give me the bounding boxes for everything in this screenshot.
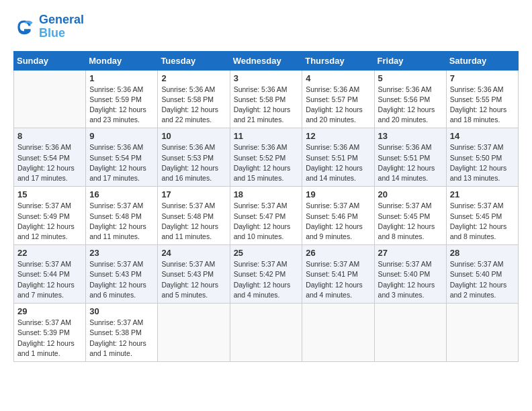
calendar-cell: 19 Sunrise: 5:37 AM Sunset: 5:46 PM Dayl… [302, 187, 374, 245]
day-number: 22 [17, 248, 82, 258]
day-info: Sunrise: 5:36 AM Sunset: 5:54 PM Dayligh… [17, 142, 82, 183]
day-info: Sunrise: 5:36 AM Sunset: 5:58 PM Dayligh… [161, 85, 226, 126]
day-number: 21 [450, 189, 515, 199]
day-number: 11 [234, 131, 299, 141]
day-number: 26 [306, 248, 370, 258]
day-info: Sunrise: 5:37 AM Sunset: 5:48 PM Dayligh… [89, 201, 154, 242]
calendar-cell: 25 Sunrise: 5:37 AM Sunset: 5:42 PM Dayl… [230, 245, 302, 304]
day-info: Sunrise: 5:36 AM Sunset: 5:51 PM Dayligh… [306, 142, 370, 183]
calendar-cell: 30 Sunrise: 5:37 AM Sunset: 5:38 PM Dayl… [86, 304, 158, 362]
day-number: 19 [306, 189, 370, 199]
calendar-cell: 26 Sunrise: 5:37 AM Sunset: 5:41 PM Dayl… [302, 245, 374, 304]
day-number: 17 [161, 189, 226, 199]
calendar-cell: 28 Sunrise: 5:37 AM Sunset: 5:40 PM Dayl… [446, 245, 518, 304]
day-number: 16 [89, 189, 154, 199]
day-info: Sunrise: 5:37 AM Sunset: 5:47 PM Dayligh… [234, 201, 299, 242]
day-info: Sunrise: 5:37 AM Sunset: 5:49 PM Dayligh… [17, 201, 82, 242]
day-number: 27 [378, 248, 443, 258]
calendar-table: SundayMondayTuesdayWednesdayThursdayFrid… [13, 51, 519, 362]
calendar-cell: 1 Sunrise: 5:36 AM Sunset: 5:59 PM Dayli… [86, 70, 158, 128]
logo-icon [13, 16, 35, 38]
day-info: Sunrise: 5:36 AM Sunset: 5:51 PM Dayligh… [378, 142, 443, 183]
calendar-cell: 10 Sunrise: 5:36 AM Sunset: 5:53 PM Dayl… [158, 128, 230, 187]
day-number: 9 [89, 131, 154, 141]
calendar-cell: 9 Sunrise: 5:36 AM Sunset: 5:54 PM Dayli… [86, 128, 158, 187]
day-number: 8 [17, 131, 82, 141]
calendar-cell: 15 Sunrise: 5:37 AM Sunset: 5:49 PM Dayl… [14, 187, 86, 245]
day-info: Sunrise: 5:36 AM Sunset: 5:55 PM Dayligh… [450, 85, 515, 126]
day-info: Sunrise: 5:36 AM Sunset: 5:57 PM Dayligh… [306, 85, 370, 126]
calendar-cell: 12 Sunrise: 5:36 AM Sunset: 5:51 PM Dayl… [302, 128, 374, 187]
calendar-cell [302, 304, 374, 362]
calendar-cell: 11 Sunrise: 5:36 AM Sunset: 5:52 PM Dayl… [230, 128, 302, 187]
day-info: Sunrise: 5:37 AM Sunset: 5:45 PM Dayligh… [450, 201, 515, 242]
day-number: 1 [89, 73, 154, 83]
header-thursday: Thursday [302, 51, 374, 70]
day-info: Sunrise: 5:37 AM Sunset: 5:48 PM Dayligh… [161, 201, 226, 242]
calendar-cell: 8 Sunrise: 5:36 AM Sunset: 5:54 PM Dayli… [14, 128, 86, 187]
calendar-cell: 2 Sunrise: 5:36 AM Sunset: 5:58 PM Dayli… [158, 70, 230, 128]
day-info: Sunrise: 5:37 AM Sunset: 5:50 PM Dayligh… [450, 142, 515, 183]
day-info: Sunrise: 5:37 AM Sunset: 5:43 PM Dayligh… [89, 259, 154, 300]
calendar-cell: 14 Sunrise: 5:37 AM Sunset: 5:50 PM Dayl… [446, 128, 518, 187]
calendar-week-5: 29 Sunrise: 5:37 AM Sunset: 5:39 PM Dayl… [14, 304, 519, 362]
logo: General Blue [13, 13, 84, 40]
day-info: Sunrise: 5:37 AM Sunset: 5:38 PM Dayligh… [89, 318, 154, 359]
day-number: 12 [306, 131, 370, 141]
calendar-cell [446, 304, 518, 362]
calendar-cell: 4 Sunrise: 5:36 AM Sunset: 5:57 PM Dayli… [302, 70, 374, 128]
header-wednesday: Wednesday [230, 51, 302, 70]
day-number: 18 [234, 189, 299, 199]
day-number: 5 [378, 73, 443, 83]
day-number: 28 [450, 248, 515, 258]
calendar-cell: 7 Sunrise: 5:36 AM Sunset: 5:55 PM Dayli… [446, 70, 518, 128]
day-number: 3 [234, 73, 299, 83]
calendar-cell: 20 Sunrise: 5:37 AM Sunset: 5:45 PM Dayl… [374, 187, 446, 245]
calendar-cell: 22 Sunrise: 5:37 AM Sunset: 5:44 PM Dayl… [14, 245, 86, 304]
calendar-header-row: SundayMondayTuesdayWednesdayThursdayFrid… [14, 51, 519, 70]
header-friday: Friday [374, 51, 446, 70]
day-info: Sunrise: 5:37 AM Sunset: 5:41 PM Dayligh… [306, 259, 370, 300]
calendar-cell: 17 Sunrise: 5:37 AM Sunset: 5:48 PM Dayl… [158, 187, 230, 245]
day-number: 13 [378, 131, 443, 141]
calendar-cell [230, 304, 302, 362]
logo-text: General Blue [39, 13, 84, 40]
day-info: Sunrise: 5:36 AM Sunset: 5:58 PM Dayligh… [234, 85, 299, 126]
header-sunday: Sunday [14, 51, 86, 70]
calendar-cell: 24 Sunrise: 5:37 AM Sunset: 5:43 PM Dayl… [158, 245, 230, 304]
calendar-cell: 5 Sunrise: 5:36 AM Sunset: 5:56 PM Dayli… [374, 70, 446, 128]
day-number: 20 [378, 189, 443, 199]
calendar-week-4: 22 Sunrise: 5:37 AM Sunset: 5:44 PM Dayl… [14, 245, 519, 304]
day-info: Sunrise: 5:37 AM Sunset: 5:39 PM Dayligh… [17, 318, 82, 359]
day-number: 30 [89, 306, 154, 316]
header-tuesday: Tuesday [158, 51, 230, 70]
header-monday: Monday [86, 51, 158, 70]
calendar-week-1: 1 Sunrise: 5:36 AM Sunset: 5:59 PM Dayli… [14, 70, 519, 128]
day-info: Sunrise: 5:37 AM Sunset: 5:43 PM Dayligh… [161, 259, 226, 300]
day-number: 23 [89, 248, 154, 258]
day-info: Sunrise: 5:37 AM Sunset: 5:40 PM Dayligh… [378, 259, 443, 300]
day-number: 10 [161, 131, 226, 141]
calendar-cell: 13 Sunrise: 5:36 AM Sunset: 5:51 PM Dayl… [374, 128, 446, 187]
day-info: Sunrise: 5:37 AM Sunset: 5:45 PM Dayligh… [378, 201, 443, 242]
day-info: Sunrise: 5:37 AM Sunset: 5:46 PM Dayligh… [306, 201, 370, 242]
day-number: 4 [306, 73, 370, 83]
day-number: 2 [161, 73, 226, 83]
calendar-cell [158, 304, 230, 362]
calendar-cell: 18 Sunrise: 5:37 AM Sunset: 5:47 PM Dayl… [230, 187, 302, 245]
day-info: Sunrise: 5:36 AM Sunset: 5:54 PM Dayligh… [89, 142, 154, 183]
day-info: Sunrise: 5:36 AM Sunset: 5:56 PM Dayligh… [378, 85, 443, 126]
day-info: Sunrise: 5:36 AM Sunset: 5:53 PM Dayligh… [161, 142, 226, 183]
calendar-cell: 23 Sunrise: 5:37 AM Sunset: 5:43 PM Dayl… [86, 245, 158, 304]
calendar-cell [14, 70, 86, 128]
calendar-week-3: 15 Sunrise: 5:37 AM Sunset: 5:49 PM Dayl… [14, 187, 519, 245]
calendar-week-2: 8 Sunrise: 5:36 AM Sunset: 5:54 PM Dayli… [14, 128, 519, 187]
day-number: 7 [450, 73, 515, 83]
day-number: 25 [234, 248, 299, 258]
header-saturday: Saturday [446, 51, 518, 70]
day-info: Sunrise: 5:36 AM Sunset: 5:59 PM Dayligh… [89, 85, 154, 126]
calendar-cell: 3 Sunrise: 5:36 AM Sunset: 5:58 PM Dayli… [230, 70, 302, 128]
calendar-cell: 27 Sunrise: 5:37 AM Sunset: 5:40 PM Dayl… [374, 245, 446, 304]
day-info: Sunrise: 5:37 AM Sunset: 5:44 PM Dayligh… [17, 259, 82, 300]
calendar-cell: 21 Sunrise: 5:37 AM Sunset: 5:45 PM Dayl… [446, 187, 518, 245]
